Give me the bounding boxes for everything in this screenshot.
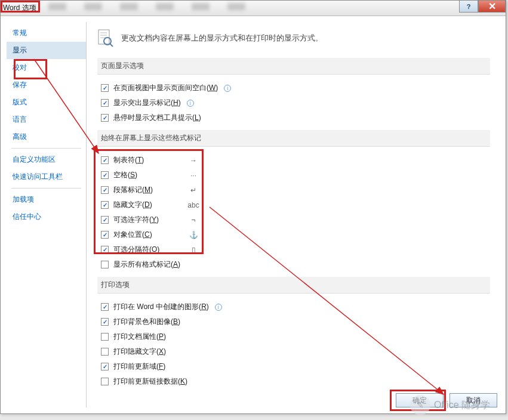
format-symbol: ▯ (186, 246, 201, 254)
intro-row: 更改文档内容在屏幕上的显示方式和在打印时的显示方式。 (97, 29, 490, 47)
option-label[interactable]: 显示突出显示标记(H) (113, 98, 181, 108)
info-icon[interactable]: i (215, 304, 222, 311)
window-title: Word 选项 (1, 3, 36, 13)
checkbox[interactable] (101, 246, 109, 254)
format-symbol: → (186, 156, 201, 165)
option-row: 在页面视图中显示页面间空白(W)i (97, 81, 490, 95)
option-row: 段落标记(M)↵ (97, 183, 201, 197)
sidebar-item-a5[interactable]: 语言 (7, 111, 86, 128)
sidebar-item-a4[interactable]: 版式 (7, 94, 86, 111)
window-controls: ? ✕ (459, 1, 506, 13)
option-label[interactable]: 打印文档属性(P) (113, 332, 166, 342)
help-button[interactable]: ? (459, 1, 478, 13)
checkbox[interactable] (101, 348, 109, 356)
sidebar-item-a1[interactable]: 显示 (7, 42, 86, 59)
section-print: 打印选项 (97, 277, 490, 294)
option-label[interactable]: 段落标记(M) (113, 185, 153, 195)
option-label[interactable]: 隐藏文字(D) (113, 200, 152, 210)
option-label[interactable]: 可选分隔符(O) (113, 245, 159, 255)
info-icon[interactable]: i (187, 100, 194, 107)
sidebar-item-a0[interactable]: 常规 (7, 24, 86, 42)
sidebar-item-c1[interactable]: 信任中心 (7, 208, 86, 226)
checkbox[interactable] (101, 318, 109, 326)
checkbox[interactable] (101, 303, 109, 311)
checkbox[interactable] (101, 156, 109, 164)
format-symbol: ··· (186, 171, 201, 180)
checkbox[interactable] (101, 84, 109, 92)
option-row: 对象位置(C)⚓ (97, 227, 201, 242)
checkbox[interactable] (101, 261, 109, 268)
option-row: 打印在 Word 中创建的图形(R)i (97, 299, 490, 314)
checkbox[interactable] (101, 231, 109, 239)
format-symbol: ¬ (186, 216, 201, 224)
option-label[interactable]: 打印前更新链接数据(K) (113, 376, 187, 387)
intro-text: 更改文档内容在屏幕上的显示方式和在打印时的显示方式。 (121, 33, 323, 44)
sidebar-item-c0[interactable]: 加载项 (7, 191, 86, 208)
watermark-icon: ✎ (410, 395, 430, 415)
sidebar-item-a2[interactable]: 校对 (7, 59, 86, 76)
checkbox[interactable] (101, 99, 109, 107)
option-row: 显示突出显示标记(H)i (97, 95, 490, 110)
option-row: 打印文档属性(P) (97, 329, 490, 344)
option-label[interactable]: 打印前更新域(F) (113, 362, 165, 372)
sidebar-item-a6[interactable]: 高级 (7, 128, 86, 146)
section-format-marks: 始终在屏幕上显示这些格式标记 (97, 130, 490, 147)
titlebar-blur-bg (48, 3, 458, 13)
option-row: 空格(S)··· (97, 168, 201, 183)
option-label[interactable]: 在页面视图中显示页面间空白(W) (113, 83, 218, 93)
option-label[interactable]: 显示所有格式标记(A) (113, 260, 180, 270)
option-label[interactable]: 打印背景色和图像(B) (113, 317, 180, 327)
dialog-body: 常规显示校对保存版式语言高级 自定义功能区快速访问工具栏 加载项信任中心 (1, 16, 506, 413)
option-row: 可选连字符(Y)¬ (97, 212, 201, 227)
option-row: 打印隐藏文字(X) (97, 344, 490, 359)
close-button[interactable]: ✕ (478, 1, 506, 13)
sidebar-item-b0[interactable]: 自定义功能区 (7, 151, 86, 168)
checkbox[interactable] (101, 333, 109, 341)
checkbox[interactable] (101, 186, 109, 194)
option-label[interactable]: 空格(S) (113, 170, 137, 180)
checkbox[interactable] (101, 378, 109, 385)
option-row: 打印前更新链接数据(K) (97, 374, 490, 389)
format-symbol: ⚓ (186, 231, 201, 239)
option-row: 隐藏文字(D)abc (97, 197, 201, 212)
sidebar: 常规显示校对保存版式语言高级 自定义功能区快速访问工具栏 加载项信任中心 (7, 22, 87, 407)
svg-line-5 (110, 44, 113, 47)
checkbox[interactable] (101, 201, 109, 209)
option-row: 制表符(T)→ (97, 153, 201, 168)
option-label[interactable]: 可选连字符(Y) (113, 215, 159, 225)
watermark: ✎ Office 随身学 (410, 395, 490, 415)
option-row: 打印背景色和图像(B) (97, 314, 490, 329)
watermark-text: Office 随身学 (434, 399, 490, 412)
info-icon[interactable]: i (224, 85, 231, 92)
checkbox[interactable] (101, 114, 109, 122)
word-options-dialog: Word 选项 ? ✕ 常规显示校对保存版式语言高级 自定义功能区快速访问工具栏… (0, 0, 506, 414)
checkbox[interactable] (101, 216, 109, 224)
option-row: 悬停时显示文档工具提示(L) (97, 110, 490, 125)
option-row: 显示所有格式标记(A) (97, 257, 490, 272)
option-label[interactable]: 悬停时显示文档工具提示(L) (113, 113, 201, 123)
format-marks-block: 制表符(T)→空格(S)···段落标记(M)↵隐藏文字(D)abc可选连字符(Y… (97, 153, 201, 257)
format-symbol: abc (186, 201, 201, 209)
sidebar-item-b1[interactable]: 快速访问工具栏 (7, 168, 86, 186)
sidebar-item-a3[interactable]: 保存 (7, 76, 86, 94)
checkbox[interactable] (101, 363, 109, 370)
checkbox[interactable] (101, 171, 109, 179)
option-label[interactable]: 制表符(T) (113, 155, 144, 165)
option-row: 可选分隔符(O)▯ (97, 242, 201, 257)
document-magnify-icon (97, 29, 114, 47)
option-row: 打印前更新域(F) (97, 359, 490, 374)
option-label[interactable]: 打印隐藏文字(X) (113, 347, 166, 357)
section-page-display: 页面显示选项 (97, 58, 490, 75)
titlebar: Word 选项 ? ✕ (1, 1, 506, 16)
option-label[interactable]: 打印在 Word 中创建的图形(R) (113, 302, 209, 312)
format-symbol: ↵ (186, 186, 201, 194)
option-label[interactable]: 对象位置(C) (113, 230, 152, 240)
content-panel: 更改文档内容在屏幕上的显示方式和在打印时的显示方式。 页面显示选项 在页面视图中… (87, 22, 500, 407)
